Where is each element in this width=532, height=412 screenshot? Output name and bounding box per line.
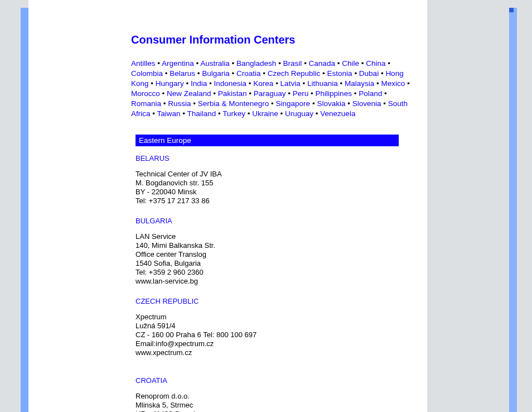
country-link[interactable]: Pakistan [218, 89, 247, 98]
center-line: HR - 41430 Samobor [136, 410, 415, 412]
document-page: Consumer Information Centers Antilles • … [28, 0, 427, 412]
country-link[interactable]: Romania [131, 99, 161, 108]
center-line: LAN Service [136, 232, 415, 241]
country-link[interactable]: Korea [253, 79, 273, 88]
country-link[interactable]: Antilles [131, 59, 156, 68]
country-link[interactable]: Uruguay [285, 109, 313, 118]
center-line: 1540 Sofia, Bulgaria [136, 259, 415, 268]
country-link[interactable]: Australia [200, 59, 230, 68]
country-link[interactable]: Canada [309, 59, 335, 68]
country-link[interactable]: Morocco [131, 89, 160, 98]
country-link[interactable]: Argentina [162, 59, 194, 68]
country-link[interactable]: Malaysia [345, 79, 374, 88]
country-link[interactable]: Hungary [156, 79, 184, 88]
decor-strip-right [509, 8, 517, 412]
country-link[interactable]: Thailand [187, 109, 216, 118]
center-block: BELARUSTechnical Center of JV IBAM. Bogd… [136, 154, 415, 205]
center-line: Lužná 591/4 [136, 322, 415, 330]
decor-strip-left [21, 8, 28, 412]
page-title: Consumer Information Centers [131, 33, 415, 46]
country-link[interactable]: Slovakia [317, 99, 345, 108]
center-block: CZECH REPUBLICXpectrumLužná 591/4CZ - 16… [136, 297, 415, 357]
country-link[interactable]: Brasil [283, 59, 302, 68]
country-link[interactable]: Bulgaria [202, 69, 230, 78]
country-link[interactable]: China [366, 59, 385, 68]
center-line: BY - 220040 Minsk [136, 188, 415, 197]
country-link[interactable]: Ukraine [252, 109, 278, 118]
country-link[interactable]: Russia [168, 99, 191, 108]
center-line: Mlinska 5, Strmec [136, 401, 415, 410]
country-link[interactable]: Mexico [381, 79, 405, 88]
center-country: CROATIA [136, 376, 415, 385]
country-link[interactable]: India [191, 79, 207, 88]
country-link[interactable]: Czech Republic [268, 69, 321, 78]
country-link[interactable]: Taiwan [157, 109, 181, 118]
country-link[interactable]: Indonesia [214, 79, 247, 88]
center-country: BELARUS [136, 154, 415, 163]
center-line: www.lan-service.bg [136, 277, 415, 286]
country-link[interactable]: Paraguay [254, 89, 286, 98]
country-link[interactable]: Lithuania [307, 79, 338, 88]
region-heading: Eastern Europe [136, 135, 399, 146]
center-line: Tel: +375 17 217 33 86 [136, 197, 415, 205]
country-link[interactable]: Bangladesh [236, 59, 276, 68]
center-country: BULGARIA [136, 217, 415, 226]
country-link[interactable]: Serbia & Montenegro [198, 99, 269, 108]
center-line: Email:info@xpectrum.cz [136, 339, 415, 348]
center-block: BULGARIALAN Service140, Mimi Balkanska S… [136, 217, 415, 286]
center-line: Tel: +359 2 960 2360 [136, 268, 415, 277]
country-link[interactable]: Singapore [276, 99, 311, 108]
centers-list: BELARUSTechnical Center of JV IBAM. Bogd… [131, 154, 415, 412]
country-link[interactable]: Belarus [170, 69, 195, 78]
center-line: Technical Center of JV IBA [136, 170, 415, 179]
country-link[interactable]: Croatia [236, 69, 261, 78]
viewport: Consumer Information Centers Antilles • … [0, 0, 532, 412]
country-link[interactable]: Latvia [280, 79, 301, 88]
country-link[interactable]: Philippines [316, 89, 352, 98]
center-block: CROATIARenoprom d.o.o.Mlinska 5, StrmecH… [136, 376, 415, 412]
center-country: CZECH REPUBLIC [136, 297, 415, 306]
country-link-list: Antilles • Argentina • Australia • Bangl… [131, 59, 415, 119]
center-line: 140, Mimi Balkanska Str. [136, 241, 415, 250]
country-link[interactable]: Turkey [223, 109, 245, 118]
country-link[interactable]: Peru [293, 89, 309, 98]
country-link[interactable]: Dubai [359, 69, 379, 78]
country-link[interactable]: Colombia [131, 69, 163, 78]
country-link[interactable]: Venezuela [320, 109, 355, 118]
center-line: Renoprom d.o.o. [136, 392, 415, 401]
center-line: M. Bogdanovich str. 155 [136, 179, 415, 188]
center-line: CZ - 160 00 Praha 6 Tel: 800 100 697 [136, 330, 415, 339]
country-link[interactable]: Chile [342, 59, 359, 68]
country-link[interactable]: New Zealand [167, 89, 211, 98]
country-link[interactable]: Poland [359, 89, 382, 98]
country-link[interactable]: Slovenia [352, 99, 381, 108]
center-line: www.xpectrum.cz [136, 348, 415, 357]
center-line: Office center Translog [136, 250, 415, 259]
country-link[interactable]: Estonia [327, 69, 352, 78]
center-line: Xpectrum [136, 313, 415, 322]
